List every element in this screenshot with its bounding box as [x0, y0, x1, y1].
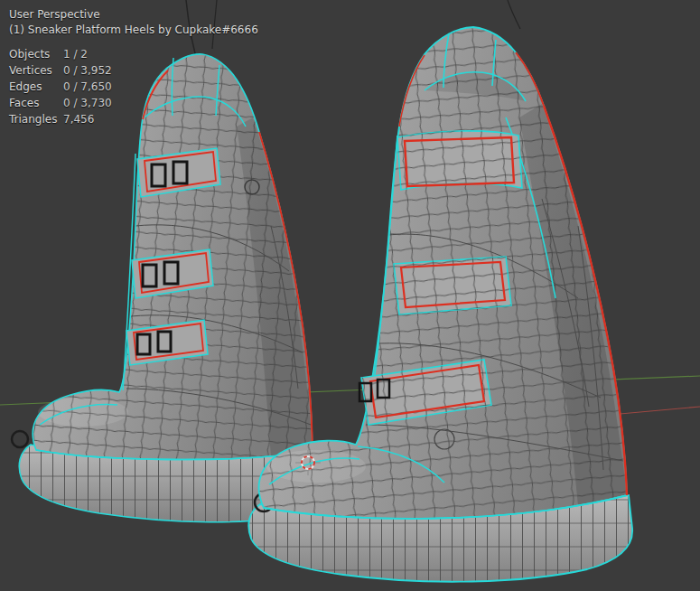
stat-value: 7,456	[63, 112, 112, 127]
stat-label: Objects	[9, 47, 63, 61]
stat-value: 0 / 3,952	[63, 63, 112, 78]
stats-overlay: Objects 1 / 2 Vertices 0 / 3,952 Edges 0…	[9, 47, 112, 127]
stat-value: 0 / 7,650	[63, 80, 112, 94]
strap	[397, 131, 522, 190]
stat-label: Triangles	[9, 112, 63, 127]
view-perspective-label: User Perspective	[9, 7, 258, 23]
active-object-label: (1) Sneaker Platform Heels by Cupkake#66…	[9, 23, 258, 38]
backdrop-curve	[508, 0, 520, 29]
stat-value: 0 / 3,730	[63, 96, 112, 110]
blender-3d-viewport[interactable]: User Perspective (1) Sneaker Platform He…	[0, 0, 700, 591]
sole-ring-icon	[12, 431, 28, 447]
front-shoe-toe-highlight	[266, 450, 366, 483]
back-shoe-toe-highlight	[38, 398, 128, 427]
stat-label: Edges	[9, 80, 63, 94]
stat-value: 1 / 2	[63, 47, 112, 61]
strap	[394, 257, 511, 314]
viewport-header-text: User Perspective (1) Sneaker Platform He…	[9, 7, 258, 38]
shoe-object-front[interactable]	[248, 27, 632, 582]
stat-label: Vertices	[9, 63, 63, 78]
stat-label: Faces	[9, 96, 63, 110]
